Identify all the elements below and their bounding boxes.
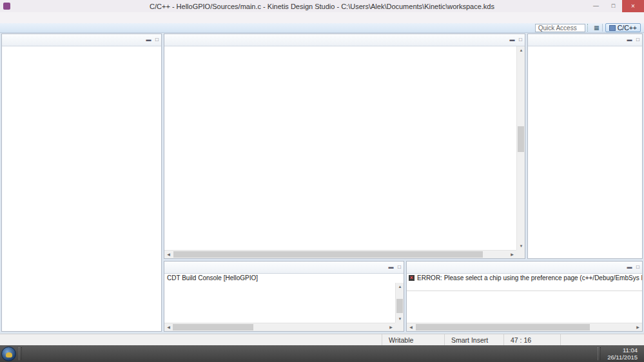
scroll-right-icon[interactable]: ▶ bbox=[387, 323, 395, 331]
error-text: ERROR: Please select a chip using the pr… bbox=[417, 274, 642, 281]
start-button[interactable] bbox=[1, 347, 16, 361]
quick-access-box[interactable]: Quick Access bbox=[535, 24, 585, 32]
scrollbar-thumb[interactable] bbox=[173, 324, 253, 330]
error-chip-icon bbox=[409, 275, 415, 281]
maximize-panel-icon[interactable]: □ bbox=[634, 263, 642, 271]
taskbar-clock[interactable]: 11:04 26/11/2015 bbox=[606, 347, 641, 361]
open-perspective-icon[interactable]: ▦ bbox=[592, 24, 601, 32]
scroll-left-icon[interactable]: ◀ bbox=[407, 323, 415, 331]
embsys-horizontal-scrollbar[interactable]: ◀ ▶ bbox=[407, 323, 642, 331]
perspective-icon bbox=[609, 25, 616, 31]
project-tree bbox=[2, 46, 161, 48]
scroll-right-icon[interactable]: ▶ bbox=[634, 323, 642, 331]
minimize-panel-icon[interactable]: ▬ bbox=[625, 263, 634, 271]
workbench: ▬ □ ▬ □ ▲ ▼ ◀ ▶ bbox=[0, 33, 644, 334]
scrollbar-thumb[interactable] bbox=[173, 251, 483, 258]
perspective-grip bbox=[587, 24, 590, 32]
embsys-registers-panel: ▬ □ ERROR: Please select a chip using th… bbox=[406, 261, 643, 332]
scrollbar-thumb[interactable] bbox=[416, 324, 590, 330]
editor-horizontal-scrollbar[interactable]: ◀ ▶ bbox=[164, 250, 516, 258]
close-button[interactable]: × bbox=[622, 0, 644, 12]
scrollbar-corner bbox=[395, 323, 404, 331]
project-explorer-panel: ▬ □ bbox=[1, 33, 162, 332]
title-bar: C/C++ - HelloGPIO/Sources/main.c - Kinet… bbox=[0, 0, 644, 12]
clock-date: 26/11/2015 bbox=[607, 354, 638, 361]
app-icon bbox=[3, 3, 10, 10]
taskbar-grip bbox=[598, 347, 601, 360]
scroll-up-icon[interactable]: ▲ bbox=[517, 46, 525, 54]
minimize-panel-icon[interactable]: ▬ bbox=[508, 36, 516, 44]
console-horizontal-scrollbar[interactable]: ◀ ▶ bbox=[164, 323, 395, 331]
separator bbox=[602, 24, 603, 32]
editor-panel: ▬ □ ▲ ▼ ◀ ▶ bbox=[164, 33, 525, 259]
maximize-panel-icon[interactable]: □ bbox=[153, 36, 161, 44]
perspective-c-cpp[interactable]: C/C++ bbox=[605, 23, 641, 32]
scrollbar-thumb[interactable] bbox=[518, 126, 524, 152]
console-panel: ▬ □ CDT Build Console [HelloGPIO] ▲ ▼ ◀ … bbox=[164, 261, 404, 332]
scroll-down-icon[interactable]: ▼ bbox=[396, 315, 404, 323]
menu-bar bbox=[0, 12, 644, 23]
scrollbar-corner bbox=[516, 250, 525, 258]
console-output[interactable] bbox=[164, 283, 395, 323]
minimize-panel-icon[interactable]: ▬ bbox=[387, 263, 395, 271]
minimize-panel-icon[interactable]: ▬ bbox=[625, 36, 634, 44]
scroll-up-icon[interactable]: ▲ bbox=[396, 283, 404, 291]
console-title: CDT Build Console [HelloGPIO] bbox=[164, 274, 404, 282]
scroll-left-icon[interactable]: ◀ bbox=[164, 323, 173, 331]
status-bar: Writable Smart Insert 47 : 16 bbox=[0, 334, 644, 345]
scrollbar-thumb[interactable] bbox=[396, 299, 403, 313]
main-toolbar: Quick Access ▦ C/C++ bbox=[0, 23, 644, 33]
scroll-left-icon[interactable]: ◀ bbox=[164, 251, 173, 258]
scroll-right-icon[interactable]: ▶ bbox=[508, 251, 516, 258]
minimize-panel-icon[interactable]: ▬ bbox=[144, 36, 153, 44]
window-title: C/C++ - HelloGPIO/Sources/main.c - Kinet… bbox=[0, 3, 644, 10]
editor-vertical-scrollbar[interactable]: ▲ ▼ bbox=[516, 46, 525, 250]
maximize-button[interactable]: □ bbox=[605, 0, 622, 12]
taskbar-grip bbox=[19, 347, 22, 360]
scroll-down-icon[interactable]: ▼ bbox=[517, 242, 525, 250]
clock-time: 11:04 bbox=[623, 347, 638, 354]
code-editor[interactable] bbox=[164, 46, 516, 250]
minimize-button[interactable]: — bbox=[587, 0, 605, 12]
writable-status: Writable bbox=[382, 334, 444, 345]
register-table-header bbox=[407, 282, 642, 291]
maximize-panel-icon[interactable]: □ bbox=[516, 36, 525, 44]
system-tray: 11:04 26/11/2015 bbox=[596, 347, 643, 361]
console-vertical-scrollbar[interactable]: ▲ ▼ bbox=[395, 283, 404, 323]
windows-taskbar: 11:04 26/11/2015 bbox=[0, 345, 644, 362]
embsys-error-message: ERROR: Please select a chip using the pr… bbox=[407, 274, 642, 282]
maximize-panel-icon[interactable]: □ bbox=[395, 263, 404, 271]
cursor-position: 47 : 16 bbox=[503, 334, 560, 345]
insert-mode-status: Smart Insert bbox=[444, 334, 503, 345]
outline-panel: ▬ □ bbox=[527, 33, 643, 259]
status-empty-cell bbox=[560, 334, 644, 345]
maximize-panel-icon[interactable]: □ bbox=[634, 36, 642, 44]
kinetis-design-studio-window: C/C++ - HelloGPIO/Sources/main.c - Kinet… bbox=[0, 0, 644, 362]
perspective-label: C/C++ bbox=[618, 24, 637, 32]
